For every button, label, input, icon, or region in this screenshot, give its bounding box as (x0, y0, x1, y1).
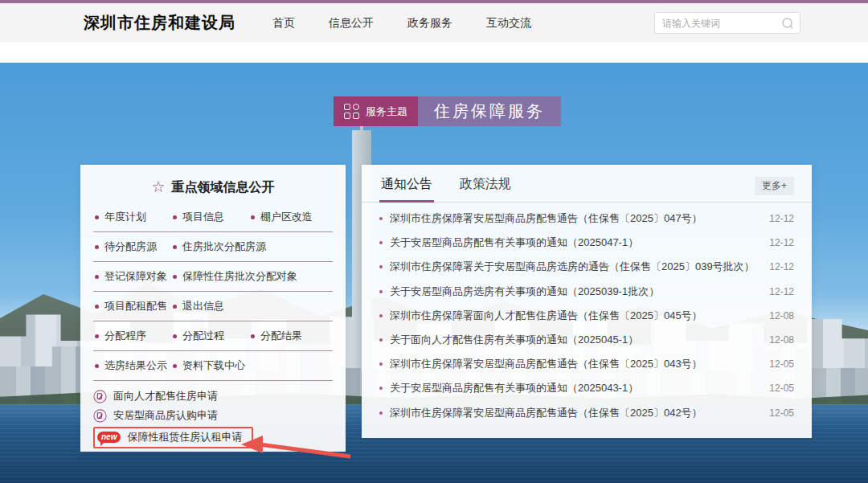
bullet-icon (95, 245, 99, 249)
info-link-label: 年度计划 (104, 210, 146, 224)
info-link[interactable]: 退出信息 (173, 299, 251, 313)
bullet-icon (95, 275, 99, 279)
info-link[interactable]: 保障性住房批次分配对象 (173, 269, 297, 284)
nav-item[interactable]: 政务服务 (407, 16, 452, 31)
bullet-icon (379, 362, 383, 366)
apply-link[interactable]: 面向人才配售住房申请 (113, 389, 218, 403)
info-link-label: 分配结果 (260, 329, 302, 343)
info-link[interactable]: 资料下载中心 (173, 358, 251, 373)
notice-row: 关于安居型商品房选房有关事项的通知（2025039-1批次） 12-12 (379, 280, 794, 304)
service-theme-label: 服务主题 (366, 104, 407, 119)
search-input[interactable] (662, 18, 781, 29)
notice-date: 12-08 (769, 334, 794, 346)
annotation-arrow (241, 436, 352, 460)
notice-date: 12-08 (769, 310, 794, 321)
bullet-icon (251, 215, 255, 219)
info-link[interactable]: 年度计划 (95, 210, 173, 224)
nav-item[interactable]: 信息公开 (329, 16, 374, 31)
info-link-label: 待分配房源 (104, 239, 157, 254)
info-link[interactable]: 项目配租配售 (95, 299, 173, 313)
notice-title-link[interactable]: 深圳市住房保障署安居型商品房配售通告（住保售〔2025〕042号） (390, 406, 758, 420)
bullet-icon (173, 275, 177, 279)
info-link-row: 年度计划 项目信息 棚户区改造 (93, 203, 333, 232)
header-spacer (0, 43, 868, 63)
main-nav: 首页信息公开政务服务互动交流 (272, 16, 531, 31)
info-link-row: 待分配房源 住房批次分配房源 (93, 232, 333, 262)
bullet-icon (379, 314, 383, 317)
notice-title-link[interactable]: 深圳市住房保障署关于安居型商品房选房的通告（住保售〔2025〕039号批次） (390, 260, 758, 274)
bullet-icon (379, 217, 383, 220)
nav-item[interactable]: 互动交流 (486, 16, 531, 31)
notice-title-link[interactable]: 深圳市住房保障署面向人才配售住房通告（住保售〔2025〕045号） (390, 309, 758, 323)
more-button[interactable]: 更多+ (755, 177, 794, 195)
application-form-icon (93, 390, 107, 403)
info-link-label: 棚户区改造 (260, 210, 313, 224)
notice-date: 12-05 (769, 383, 794, 394)
notice-row: 关于安居型商品房配售有关事项的通知（2025043-1） 12-05 (379, 376, 794, 400)
notice-title-link[interactable]: 深圳市住房保障署安居型商品房配售通告（住保售〔2025〕047号） (390, 211, 758, 226)
bullet-icon (379, 411, 383, 415)
grid-icon (344, 104, 359, 119)
notice-title-link[interactable]: 关于安居型商品房配售有关事项的通知（2025047-1） (390, 235, 758, 250)
bullet-icon (95, 334, 99, 338)
info-link[interactable]: 选房结果公示 (95, 358, 173, 373)
apply-link[interactable]: 安居型商品房认购申请 (113, 408, 218, 423)
notice-title-link[interactable]: 关于安居型商品房配售有关事项的通知（2025043-1） (390, 381, 758, 395)
bullet-icon (379, 241, 383, 244)
info-link-label: 分配过程 (182, 329, 224, 343)
bullet-icon (173, 305, 177, 309)
key-info-title: ☆重点领域信息公开 (80, 165, 346, 203)
search-box (654, 12, 800, 34)
bullet-icon (379, 338, 383, 342)
notice-date: 12-05 (769, 358, 794, 370)
bullet-icon (95, 305, 99, 309)
info-link-row: 登记保障对象 保障性住房批次分配对象 (93, 262, 333, 292)
notice-tab[interactable]: 通知公告 (379, 176, 434, 203)
info-link-label: 保障性住房批次分配对象 (182, 269, 297, 284)
notice-row: 深圳市住房保障署安居型商品房配售通告（住保售〔2025〕043号） 12-05 (379, 352, 794, 376)
notice-date: 12-12 (769, 261, 794, 272)
bullet-icon (251, 334, 255, 338)
star-icon: ☆ (151, 178, 165, 195)
notice-row: 深圳市住房保障署面向人才配售住房通告（住保售〔2025〕045号） 12-08 (379, 304, 794, 328)
application-form-icon (93, 409, 107, 423)
bullet-icon (173, 364, 177, 368)
info-link-label: 选房结果公示 (104, 358, 167, 373)
info-link[interactable]: 分配结果 (251, 329, 329, 343)
apply-link-row[interactable]: 面向人才配售住房申请 (93, 387, 218, 406)
banner-title: 住房保障服务 (418, 96, 561, 126)
notices-panel: 通知公告政策法规 更多+ 深圳市住房保障署安居型商品房配售通告（住保售〔2025… (362, 165, 812, 438)
notice-list: 深圳市住房保障署安居型商品房配售通告（住保售〔2025〕047号） 12-12 … (362, 203, 812, 425)
notice-title-link[interactable]: 关于面向人才配售住房有关事项的通知（2025045-1） (390, 333, 758, 347)
info-link[interactable]: 棚户区改造 (251, 210, 329, 224)
info-link-label: 项目配租配售 (104, 299, 167, 313)
hero-banner: 服务主题 住房保障服务 ☆重点领域信息公开 年度计划 (0, 63, 868, 483)
notice-row: 关于面向人才配售住房有关事项的通知（2025045-1） 12-08 (379, 328, 794, 352)
info-link-row: 选房结果公示 资料下载中心 (93, 351, 333, 381)
apply-link-row[interactable]: 安居型商品房认购申请 (93, 406, 218, 425)
info-link[interactable]: 项目信息 (173, 210, 251, 224)
page: 深圳市住房和建设局 首页信息公开政务服务互动交流 服务主题 住房保障服务 (0, 0, 868, 483)
bullet-icon (379, 387, 383, 390)
notice-row: 深圳市住房保障署关于安居型商品房选房的通告（住保售〔2025〕039号批次） 1… (379, 255, 794, 279)
tabs: 通知公告政策法规 (379, 176, 537, 202)
info-link-label: 项目信息 (182, 210, 224, 224)
apply-link-row[interactable]: new 保障性租赁住房认租申请 (93, 427, 253, 448)
notice-title-link[interactable]: 深圳市住房保障署安居型商品房配售通告（住保售〔2025〕043号） (390, 357, 758, 371)
site-header: 深圳市住房和建设局 首页信息公开政务服务互动交流 (0, 3, 868, 43)
info-link-label: 登记保障对象 (104, 269, 167, 284)
info-link[interactable]: 待分配房源 (95, 239, 173, 254)
notice-row: 深圳市住房保障署安居型商品房配售通告（住保售〔2025〕047号） 12-12 (379, 207, 794, 231)
info-link[interactable]: 分配程序 (95, 329, 173, 343)
info-link[interactable]: 住房批次分配房源 (173, 239, 266, 254)
notice-row: 深圳市住房保障署安居型商品房配售通告（住保售〔2025〕042号） 12-05 (379, 401, 794, 425)
info-link-label: 住房批次分配房源 (182, 239, 266, 254)
nav-item[interactable]: 首页 (272, 16, 295, 31)
key-info-title-text: 重点领域信息公开 (172, 180, 275, 194)
notice-tab[interactable]: 政策法规 (458, 176, 513, 202)
info-link[interactable]: 登记保障对象 (95, 269, 173, 284)
info-link[interactable]: 分配过程 (173, 329, 251, 343)
notice-title-link[interactable]: 关于安居型商品房选房有关事项的通知（2025039-1批次） (390, 284, 758, 299)
search-icon[interactable] (781, 17, 794, 30)
apply-link[interactable]: 保障性租赁住房认租申请 (127, 430, 242, 444)
